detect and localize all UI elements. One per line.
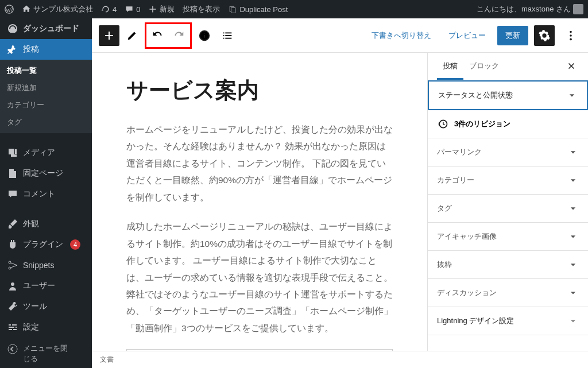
sidebar-collapse[interactable]: メニューを閉じる bbox=[0, 338, 92, 368]
sidebar-sub-posts-list[interactable]: 投稿一覧 bbox=[0, 62, 92, 79]
comments-link[interactable]: 0 bbox=[125, 5, 140, 14]
excerpt-label: 抜粋 bbox=[437, 259, 452, 270]
panel-status-label: ステータスと公開状態 bbox=[438, 90, 513, 100]
sidebar-item-comments[interactable]: コメント bbox=[0, 184, 92, 204]
scissors-icon bbox=[7, 259, 18, 271]
update-button[interactable]: 更新 bbox=[497, 26, 528, 45]
duplicate-label: Duplicate Post bbox=[239, 5, 288, 14]
user-greeting[interactable]: こんにちは、maxstone さん bbox=[477, 4, 583, 14]
svg-rect-2 bbox=[231, 8, 235, 13]
chevron-down-icon bbox=[566, 90, 578, 101]
chevron-down-icon bbox=[567, 259, 579, 270]
comments-count: 0 bbox=[136, 5, 140, 14]
wordpress-icon bbox=[5, 5, 14, 14]
tab-block[interactable]: ブロック bbox=[463, 53, 505, 80]
chevron-down-icon bbox=[567, 287, 579, 299]
updates-link[interactable]: 4 bbox=[101, 5, 117, 14]
post-paragraph[interactable]: 成功したホームページリニューアルの秘訣は、ユーザー目線によるサイト制作。約10%… bbox=[126, 218, 393, 336]
panel-categories[interactable]: カテゴリー bbox=[428, 166, 588, 195]
redo-button[interactable] bbox=[168, 25, 189, 46]
duplicate-post[interactable]: Duplicate Post bbox=[228, 5, 288, 14]
sidebar-item-dashboard[interactable]: ダッシュボード bbox=[0, 18, 92, 39]
editor-toolbar: 下書きへ切り替え プレビュー 更新 bbox=[92, 18, 588, 53]
wp-logo[interactable] bbox=[5, 5, 14, 14]
outline-button[interactable] bbox=[217, 25, 238, 46]
post-paragraph[interactable]: ホームページをリニューアルしたけど、投資した分の効果が出なかった。そんな経験はあ… bbox=[126, 121, 393, 206]
discussion-label: ディスカッション bbox=[437, 288, 497, 298]
sidebar-item-appearance[interactable]: 外観 bbox=[0, 214, 92, 234]
sidebar-sub-categories[interactable]: カテゴリー bbox=[0, 96, 92, 114]
editor: 下書きへ切り替え プレビュー 更新 サービス案内 ホームページをリニューアルした… bbox=[92, 18, 588, 368]
comment-icon bbox=[125, 5, 134, 14]
plus-icon bbox=[148, 5, 157, 14]
svg-point-3 bbox=[9, 261, 11, 264]
content-area[interactable]: サービス案内 ホームページをリニューアルしたけど、投資した分の効果が出なかった。… bbox=[92, 53, 427, 368]
settings-toggle-button[interactable] bbox=[534, 25, 555, 46]
refresh-icon bbox=[101, 5, 110, 14]
sidebar-item-pages[interactable]: 固定ページ bbox=[0, 163, 92, 184]
sliders-icon bbox=[7, 321, 18, 333]
preview-button[interactable]: プレビュー bbox=[443, 27, 492, 44]
collapse-label: メニューを閉じる bbox=[23, 343, 75, 364]
svg-point-8 bbox=[570, 30, 572, 33]
tab-post[interactable]: 投稿 bbox=[437, 53, 463, 80]
appearance-label: 外観 bbox=[23, 219, 39, 229]
updates-count: 4 bbox=[113, 5, 117, 14]
duplicate-icon bbox=[228, 5, 237, 14]
history-icon bbox=[437, 118, 448, 130]
sidebar-item-posts[interactable]: 投稿 bbox=[0, 39, 92, 60]
sidebar-item-users[interactable]: ユーザー bbox=[0, 276, 92, 296]
info-button[interactable] bbox=[194, 25, 215, 46]
panel-excerpt[interactable]: 抜粋 bbox=[428, 251, 588, 279]
dashboard-icon bbox=[7, 23, 18, 34]
page-icon bbox=[7, 168, 18, 179]
new-content[interactable]: 新規 bbox=[148, 4, 175, 14]
svg-point-9 bbox=[570, 34, 572, 37]
edit-mode-button[interactable] bbox=[122, 25, 142, 46]
chevron-down-icon bbox=[567, 203, 579, 214]
settings-label: 設定 bbox=[23, 322, 39, 332]
chevron-down-icon bbox=[567, 231, 579, 242]
users-label: ユーザー bbox=[23, 281, 55, 291]
svg-point-10 bbox=[570, 38, 572, 40]
more-options-button[interactable] bbox=[560, 25, 581, 46]
sidebar-sub-tags[interactable]: タグ bbox=[0, 114, 92, 131]
svg-point-6 bbox=[8, 344, 17, 354]
categories-label: カテゴリー bbox=[437, 175, 474, 185]
view-post[interactable]: 投稿を表示 bbox=[183, 4, 220, 14]
sidebar-item-media[interactable]: メディア bbox=[0, 142, 92, 163]
site-name[interactable]: サンプル株式会社 bbox=[22, 4, 93, 14]
svg-point-4 bbox=[9, 267, 11, 269]
tools-label: ツール bbox=[23, 301, 47, 312]
post-title[interactable]: サービス案内 bbox=[126, 76, 393, 105]
close-panel-button[interactable] bbox=[564, 53, 579, 80]
editor-footer-status: 文書 bbox=[92, 351, 588, 368]
sidebar-item-snippets[interactable]: Snippets bbox=[0, 255, 92, 276]
caret-down-icon bbox=[567, 315, 579, 327]
undo-button[interactable] bbox=[148, 25, 168, 46]
switch-to-draft-button[interactable]: 下書きへ切り替え bbox=[366, 27, 437, 44]
panel-discussion[interactable]: ディスカッション bbox=[428, 279, 588, 307]
admin-bar: サンプル株式会社 4 0 新規 投稿を表示 Duplicate Post bbox=[0, 0, 588, 18]
add-block-button[interactable] bbox=[99, 25, 119, 46]
svg-point-5 bbox=[11, 282, 14, 286]
brush-icon bbox=[7, 218, 18, 230]
panel-lightning[interactable]: Lightning デザイン設定 bbox=[428, 307, 588, 335]
plugins-label: プラグイン bbox=[23, 239, 63, 250]
panel-revisions[interactable]: 3件のリビジョン bbox=[428, 110, 588, 138]
panel-status[interactable]: ステータスと公開状態 bbox=[428, 80, 588, 110]
sidebar-item-tools[interactable]: ツール bbox=[0, 296, 92, 317]
media-icon bbox=[7, 147, 18, 158]
panel-featured-image[interactable]: アイキャッチ画像 bbox=[428, 223, 588, 251]
lightning-label: Lightning デザイン設定 bbox=[437, 316, 514, 326]
panel-tags[interactable]: タグ bbox=[428, 195, 588, 223]
sidebar-item-settings[interactable]: 設定 bbox=[0, 317, 92, 338]
snippets-label: Snippets bbox=[23, 261, 54, 270]
sidebar-sub-add-new[interactable]: 新規追加 bbox=[0, 79, 92, 96]
sidebar-item-plugins[interactable]: プラグイン 4 bbox=[0, 234, 92, 255]
pin-icon bbox=[7, 44, 18, 55]
panel-permalink[interactable]: パーマリンク bbox=[428, 138, 588, 166]
featured-label: アイキャッチ画像 bbox=[437, 231, 497, 242]
tags-label: タグ bbox=[437, 203, 452, 214]
undo-redo-highlight bbox=[145, 22, 192, 49]
